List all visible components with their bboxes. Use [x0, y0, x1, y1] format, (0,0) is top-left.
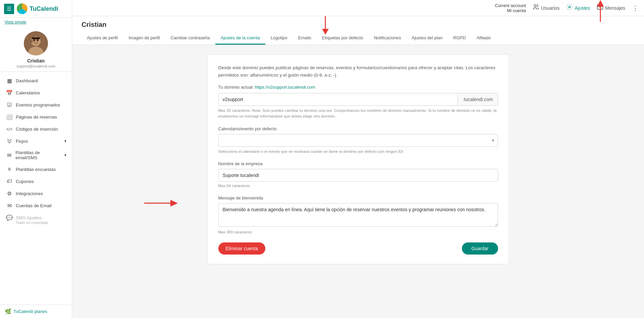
users-icon — [533, 4, 539, 12]
mail-icon — [597, 4, 603, 12]
welcome-label: Mensaje de bienvenida — [218, 195, 498, 200]
pages-icon: ⬜ — [6, 114, 12, 120]
domain-input[interactable] — [219, 93, 458, 105]
usuarios-button[interactable]: Usuarios — [533, 4, 559, 12]
company-label: Nombre de la empresa — [218, 161, 498, 166]
domain-url-link[interactable]: https://v2support.tucalendi.com — [255, 85, 315, 90]
events-icon: ☑ — [6, 102, 12, 108]
content-area: Desde este dominio puedes publicar págin… — [72, 45, 644, 274]
domain-input-row: .tucalendi.com — [218, 93, 498, 106]
calendar-select[interactable] — [218, 134, 498, 147]
chevron-down-icon: ▾ — [64, 139, 66, 143]
sidebar-item-eventos[interactable]: ☑ Eventos programados — [0, 99, 72, 111]
tab-logotipo[interactable]: Logotipo — [265, 32, 293, 45]
avatar-section: Cristian support@tucalendi.com — [0, 27, 72, 72]
domain-label: Tu dominio actual: https://v2support.tuc… — [218, 85, 498, 90]
tab-rgpd[interactable]: RGPD — [448, 32, 471, 45]
calendar-hint: Selecciona el calendario o el evento que… — [218, 149, 498, 154]
tab-cambiar-contrasena[interactable]: Cambiar contraseña — [165, 32, 215, 45]
vista-simple-link[interactable]: Vista simple — [0, 18, 72, 27]
logo-icon — [17, 3, 28, 14]
sidebar-item-flujos[interactable]: Flujos ▾ — [0, 135, 72, 147]
tab-ajustes-perfil[interactable]: Ajustes de perfil — [82, 32, 123, 45]
sidebar-item-integraciones[interactable]: ⚙ Integraciones — [0, 187, 72, 199]
avatar-email: support@tucalendi.com — [16, 64, 55, 68]
tabs-bar: Ajustes de perfil Imagen de perfil Cambi… — [82, 32, 635, 45]
sidebar-item-label: Dashboard — [16, 78, 38, 83]
mensajes-label: Mensajes — [605, 5, 625, 11]
welcome-textarea[interactable]: Bienvenido a nuestra agenda en línea. Aq… — [218, 203, 498, 227]
ajustes-button[interactable]: Ajustes — [566, 4, 590, 12]
flujos-icon — [6, 138, 12, 144]
card-description: Desde este dominio puedes publicar págin… — [218, 64, 498, 79]
welcome-hint: Max 300 caracteres — [218, 229, 498, 235]
avatar — [24, 31, 48, 55]
company-input[interactable] — [218, 169, 498, 182]
domain-suffix: .tucalendi.com — [458, 93, 497, 105]
mensajes-button[interactable]: Mensajes — [597, 4, 625, 12]
delete-account-button[interactable]: Eliminar cuenta — [218, 242, 266, 255]
sidebar-item-cupones[interactable]: 🏷 Cupones — [0, 175, 72, 187]
topbar: Current account Mi cuenta Usuarios Ajust… — [72, 0, 644, 16]
page-title: Cristian — [82, 21, 635, 29]
code-icon: </> — [6, 126, 12, 132]
sidebar: ☰ TuCalendi Vista simple Cristian suppor… — [0, 0, 72, 318]
tab-imagen-perfil[interactable]: Imagen de perfil — [123, 32, 165, 45]
calendar-label: Calendario/evento por defecto — [218, 126, 498, 131]
tab-emails[interactable]: Emails — [293, 32, 317, 45]
company-section: Nombre de la empresa Max 64 caracteres — [218, 161, 498, 189]
svg-point-7 — [534, 5, 536, 7]
welcome-section: Mensaje de bienvenida Bienvenido a nuest… — [218, 195, 498, 235]
sidebar-item-label: Cupones — [16, 179, 34, 184]
sidebar-footer: 🌿 TuCalendi planes — [0, 305, 72, 318]
tab-ajustes-plan[interactable]: Ajustes del plan — [407, 32, 448, 45]
hamburger-button[interactable]: ☰ — [4, 4, 14, 14]
sidebar-item-label: SMS Ajustes — [16, 215, 42, 220]
calendar-select-wrapper: ▾ — [218, 134, 498, 147]
chevron-down-icon: ▾ — [64, 153, 66, 157]
sidebar-item-sms[interactable]: 💬 SMS Ajustes Twilio no conectado — [0, 212, 72, 228]
page-header: Cristian Ajustes de perfil Imagen de per… — [72, 16, 644, 45]
more-options-button[interactable]: ⋮ — [632, 4, 639, 12]
tucalendi-planes-link[interactable]: 🌿 TuCalendi planes — [5, 308, 67, 315]
calendar-section: Calendario/evento por defecto ▾ Seleccio… — [218, 126, 498, 154]
sidebar-item-label: Integraciones — [16, 191, 43, 196]
svg-rect-6 — [31, 41, 33, 42]
ajustes-label: Ajustes — [575, 5, 590, 11]
actions-row: Eliminar cuenta Guardar — [218, 242, 498, 255]
avatar-image — [24, 31, 48, 55]
sidebar-item-label: Plantillas encuestas — [16, 167, 56, 172]
sidebar-item-paginas[interactable]: ⬜ Páginas de reservas — [0, 111, 72, 123]
sidebar-item-plantillas-encuestas[interactable]: ≡ Plantillas encuestas — [0, 163, 72, 175]
planes-label: TuCalendi planes — [13, 309, 47, 314]
sidebar-item-label: Páginas de reservas — [16, 115, 57, 120]
usuarios-label: Usuarios — [541, 5, 559, 11]
tab-ajustes-cuenta[interactable]: Ajustes de la cuenta — [215, 32, 265, 45]
company-hint: Max 64 caracteres — [218, 183, 498, 189]
mi-cuenta-text[interactable]: Mi cuenta — [507, 8, 526, 13]
sidebar-item-codigos[interactable]: </> Códigos de inserción — [0, 123, 72, 135]
sidebar-item-plantillas-email[interactable]: ✉ Plantillas de email/SMS ▾ — [0, 147, 72, 163]
domain-hint: Max 20 caracteres. Nota: Solo puedes cam… — [218, 108, 498, 120]
svg-point-3 — [33, 39, 35, 41]
svg-point-4 — [37, 39, 39, 41]
tab-notificaciones[interactable]: Notificaciones — [369, 32, 407, 45]
tab-etiquetas[interactable]: Etiquetas por defecto — [317, 32, 369, 45]
main-content: Cristian Ajustes de perfil Imagen de per… — [72, 16, 644, 318]
sidebar-item-label: Calendarios — [16, 90, 40, 95]
email-template-icon: ✉ — [6, 152, 12, 158]
sidebar-item-label: Plantillas de email/SMS — [15, 150, 61, 160]
sidebar-item-label: Cuentas de Email — [16, 203, 52, 208]
save-button[interactable]: Guardar — [462, 242, 498, 255]
sidebar-item-dashboard[interactable]: ▦ Dashboard — [0, 75, 72, 87]
avatar-name: Cristian — [27, 58, 45, 63]
sidebar-item-label: Flujos — [16, 139, 28, 144]
current-account-label: Current account — [495, 3, 526, 8]
logo-text: TuCalendi — [30, 5, 58, 12]
logo-area: TuCalendi — [17, 3, 58, 14]
sidebar-item-cuentas-email[interactable]: ✉ Cuentas de Email — [0, 199, 72, 212]
domain-section: Tu dominio actual: https://v2support.tuc… — [218, 85, 498, 120]
tab-afiliado[interactable]: Afiliado — [471, 32, 496, 45]
svg-point-8 — [569, 6, 571, 8]
sidebar-item-calendarios[interactable]: 📅 Calendarios — [0, 87, 72, 99]
